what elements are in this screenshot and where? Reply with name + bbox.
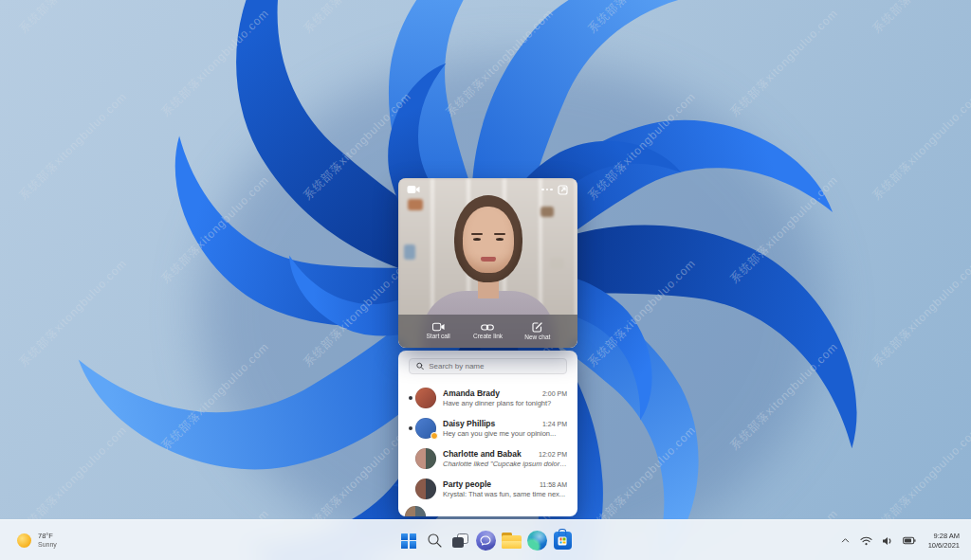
teams-chat-icon bbox=[476, 531, 496, 551]
chat-timestamp: 2:00 PM bbox=[542, 390, 567, 397]
widgets-weather-button[interactable]: 78°F Sunny bbox=[9, 520, 64, 560]
chat-name: Daisy Phillips bbox=[443, 419, 537, 428]
chat-timestamp: 11:58 AM bbox=[540, 481, 567, 488]
file-explorer-button[interactable] bbox=[500, 530, 522, 552]
chat-timestamp: 1:24 PM bbox=[542, 421, 567, 427]
chat-name: Amanda Brady bbox=[443, 388, 537, 398]
start-button[interactable] bbox=[397, 530, 420, 552]
edge-icon bbox=[527, 531, 547, 551]
microsoft-store-icon bbox=[554, 532, 572, 550]
battery-icon[interactable] bbox=[900, 533, 919, 549]
avatar bbox=[415, 418, 436, 439]
tray-chevron-up-icon[interactable] bbox=[837, 533, 853, 549]
chat-name: Party people bbox=[443, 479, 534, 489]
unread-indicator bbox=[409, 396, 412, 400]
weather-temperature: 78°F bbox=[38, 532, 57, 540]
weather-condition: Sunny bbox=[38, 541, 57, 550]
chat-list-item[interactable]: Charlotte and Babak 12:02 PM Charlotte l… bbox=[409, 443, 567, 474]
new-chat-button[interactable]: New chat bbox=[513, 315, 562, 348]
search-icon bbox=[416, 362, 424, 370]
avatar bbox=[415, 448, 436, 469]
video-action-bar: Start call Create link New chat bbox=[398, 315, 577, 348]
chat-preview: Have any dinner plans for tonight? bbox=[443, 399, 567, 407]
microsoft-store-button[interactable] bbox=[551, 530, 574, 552]
chat-list-item[interactable]: Daisy Phillips 1:24 PM Hey can you give … bbox=[409, 413, 567, 443]
clock[interactable]: 9:28 AM 10/6/2021 bbox=[923, 529, 965, 553]
taskbar-search-button[interactable] bbox=[423, 530, 446, 552]
link-icon bbox=[481, 323, 494, 332]
wifi-icon[interactable] bbox=[857, 533, 875, 550]
create-link-button[interactable]: Create link bbox=[463, 315, 512, 348]
video-preview: Start call Create link New chat bbox=[398, 178, 577, 348]
sun-icon bbox=[17, 533, 31, 548]
avatar bbox=[415, 479, 436, 499]
new-chat-label: New chat bbox=[524, 334, 550, 341]
chat-preview: Charlotte liked "Cupcake ipsum dolor see… bbox=[443, 460, 567, 468]
date: 10/6/2021 bbox=[928, 541, 960, 551]
task-view-button[interactable] bbox=[449, 530, 471, 552]
teams-chat-flyout: Start call Create link New chat bbox=[398, 178, 577, 516]
status-badge-icon bbox=[431, 432, 438, 440]
start-call-button[interactable]: Start call bbox=[413, 315, 463, 348]
taskbar-center-icons bbox=[397, 520, 574, 560]
time: 9:28 AM bbox=[933, 532, 960, 541]
chat-preview: Krystal: That was fun, same time nex... bbox=[443, 490, 567, 498]
search-input[interactable] bbox=[429, 362, 559, 370]
chat-panel: Amanda Brady 2:00 PM Have any dinner pla… bbox=[398, 351, 577, 516]
system-tray: 9:28 AM 10/6/2021 bbox=[837, 520, 965, 560]
create-link-label: Create link bbox=[473, 334, 503, 340]
chat-preview: Hey can you give me your opinion... bbox=[443, 429, 567, 438]
search-icon bbox=[427, 533, 443, 549]
windows-logo-icon bbox=[401, 533, 416, 549]
video-camera-icon bbox=[432, 322, 445, 332]
chat-timestamp: 12:02 PM bbox=[539, 451, 567, 458]
file-explorer-icon bbox=[502, 533, 522, 549]
chat-list-item[interactable]: Amanda Brady 2:00 PM Have any dinner pla… bbox=[409, 383, 567, 413]
video-camera-icon[interactable] bbox=[406, 183, 421, 196]
volume-icon[interactable] bbox=[879, 533, 896, 550]
task-view-icon bbox=[452, 533, 468, 548]
avatar bbox=[405, 506, 426, 516]
compose-icon bbox=[532, 322, 542, 333]
chat-name: Charlotte and Babak bbox=[443, 449, 533, 459]
avatar bbox=[415, 388, 436, 408]
desktop: 系统部落xitongbuluo.com系统部落xitongbuluo.com系统… bbox=[0, 0, 971, 560]
chat-list-item[interactable]: Party people 11:58 AM Krystal: That was … bbox=[409, 474, 567, 504]
search-box[interactable] bbox=[409, 358, 567, 374]
teams-chat-button[interactable] bbox=[474, 530, 497, 552]
chat-list: Amanda Brady 2:00 PM Have any dinner pla… bbox=[398, 383, 577, 504]
edge-button[interactable] bbox=[525, 530, 548, 552]
more-options-icon[interactable] bbox=[540, 183, 555, 196]
unread-indicator bbox=[409, 426, 412, 430]
taskbar: 78°F Sunny bbox=[0, 519, 971, 560]
open-in-window-icon[interactable] bbox=[555, 183, 570, 196]
start-call-label: Start call bbox=[427, 334, 450, 340]
partial-chat-row[interactable] bbox=[398, 506, 577, 516]
